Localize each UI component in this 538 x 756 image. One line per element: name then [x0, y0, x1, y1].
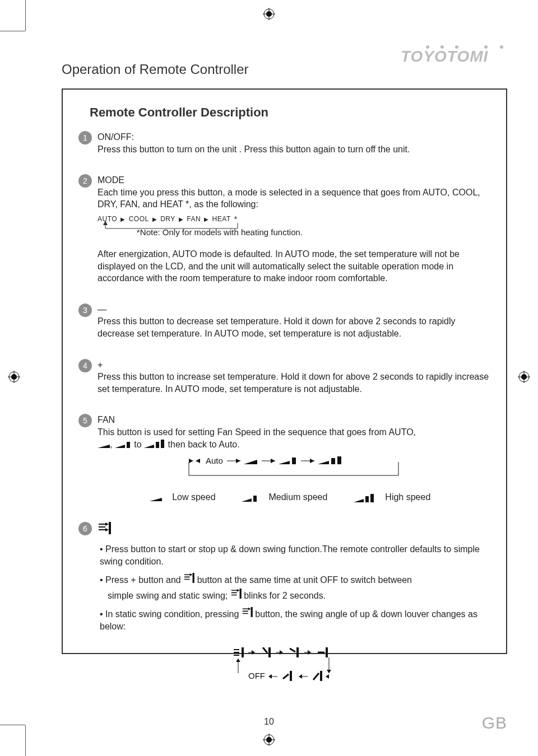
bullet-text: Press + button and: [105, 575, 181, 585]
brand-text: TOYOTOMI: [401, 48, 489, 64]
fan-legend: Low speed Medium speed High speed: [98, 491, 490, 503]
svg-marker-28: [189, 459, 193, 463]
bullet: •Press button to start or stop up & down…: [100, 543, 490, 567]
item-text: This button is used for setting Fan Spee…: [98, 427, 416, 437]
svg-marker-22: [98, 445, 110, 448]
swing-icon: [230, 591, 242, 600]
step-badge: 5: [78, 414, 92, 427]
svg-rect-42: [337, 456, 341, 464]
crop-mark: [25, 0, 26, 31]
fan-bars-high-icon: [354, 493, 375, 502]
item-onoff: 1 ON/OFF: Press this button to turn on t…: [78, 131, 490, 155]
item-plus: 4 + Press this button to increase set te…: [78, 359, 490, 395]
svg-marker-36: [279, 461, 290, 464]
bullet: •In static swing condition, pressing but…: [100, 607, 490, 632]
item-label: —: [98, 304, 490, 316]
item-swing: 6 •Press button to start or stop up & do…: [78, 522, 490, 692]
svg-marker-49: [105, 522, 109, 526]
mode-sequence: AUTO▶ COOL▶ DRY▶ FAN▶ HEAT *: [98, 214, 490, 225]
svg-marker-44: [242, 498, 252, 502]
item-label: ON/OFF:: [98, 131, 490, 143]
svg-line-78: [283, 674, 289, 679]
swing-icon: [183, 575, 194, 585]
svg-text:OFF: OFF: [248, 671, 265, 680]
crop-mark: [0, 31, 25, 31]
crop-mark: [0, 725, 25, 725]
registration-mark-icon: [263, 8, 275, 22]
svg-marker-32: [236, 459, 240, 463]
svg-text:Auto: Auto: [206, 456, 223, 465]
svg-point-20: [500, 45, 503, 49]
language-code: GB: [482, 713, 507, 732]
svg-marker-39: [310, 459, 314, 463]
registration-mark-icon: [518, 371, 530, 385]
svg-marker-80: [299, 674, 302, 679]
swing-cycle-diagram: OFF: [98, 647, 490, 692]
legend-low: Low speed: [172, 492, 215, 502]
step-badge: 6: [78, 522, 92, 535]
step-badge: 1: [78, 131, 92, 144]
svg-rect-83: [320, 671, 322, 681]
section-heading: Remote Controller Description: [90, 105, 490, 120]
svg-rect-51: [109, 522, 111, 534]
item-fan: 5 FAN This button is used for setting Fa…: [78, 414, 490, 503]
svg-marker-23: [115, 445, 125, 448]
svg-marker-50: [105, 528, 109, 531]
svg-marker-29: [196, 459, 200, 463]
swing-icon: [242, 609, 253, 619]
item-text: Press this button to increase set temper…: [98, 372, 489, 394]
svg-marker-43: [150, 498, 162, 501]
svg-rect-27: [161, 440, 164, 448]
bullet-text: simple swing and static swing;: [108, 591, 228, 600]
step-badge: 3: [78, 304, 92, 317]
page-number: 10: [264, 717, 274, 727]
svg-marker-76: [268, 674, 272, 679]
content-frame: Remote Controller Description 1 ON/OFF: …: [62, 88, 507, 654]
svg-marker-56: [248, 608, 251, 610]
item-text: Press this button to decrease set temper…: [98, 316, 456, 338]
svg-marker-46: [354, 499, 364, 502]
svg-marker-21: [103, 221, 108, 225]
svg-rect-24: [127, 442, 130, 448]
item-label: +: [98, 359, 490, 371]
svg-rect-26: [156, 442, 159, 448]
svg-line-65: [290, 648, 295, 652]
svg-marker-54: [236, 589, 239, 592]
svg-rect-57: [251, 607, 252, 617]
fan-bars-med-icon: [115, 440, 132, 450]
item-mode: 2 MODE Each time you press this button, …: [78, 174, 490, 284]
brand-logo: TOYOTOMI: [401, 45, 507, 66]
svg-rect-58: [242, 647, 244, 657]
svg-marker-52: [190, 573, 193, 576]
item-minus: 3 — Press this button to decrease set te…: [78, 304, 490, 340]
item-label: MODE: [98, 174, 490, 186]
svg-marker-72: [327, 670, 331, 673]
item-label: FAN: [98, 414, 490, 426]
svg-line-61: [263, 647, 267, 653]
svg-marker-35: [271, 459, 275, 463]
step-badge: 4: [78, 359, 92, 372]
svg-marker-84: [326, 674, 329, 679]
item-text: Press this button to turn on the unit . …: [98, 144, 410, 154]
legend-high: High speed: [385, 492, 430, 502]
loop-arrow-icon: [101, 221, 247, 233]
item-text: then back to Auto.: [168, 440, 240, 449]
svg-rect-45: [253, 496, 257, 502]
svg-rect-79: [290, 671, 292, 681]
registration-mark-icon: [8, 371, 20, 385]
fan-bars-low-icon: [98, 440, 110, 450]
svg-marker-74: [236, 659, 240, 662]
svg-rect-55: [239, 589, 241, 599]
bullet-text: blinks for 2 seconds.: [244, 591, 326, 600]
fan-bars-low-icon: [150, 494, 162, 501]
bullet-text: In static swing condition, pressing: [105, 609, 239, 619]
svg-rect-66: [296, 647, 299, 657]
svg-rect-37: [292, 458, 296, 464]
bullet: •Press + button and button at the same t…: [100, 573, 490, 601]
fan-bars-high-icon: [144, 440, 165, 450]
swing-icon: [98, 526, 111, 536]
swing-icon: [234, 647, 244, 657]
fan-bars-med-icon: [242, 494, 258, 502]
svg-rect-70: [326, 647, 328, 657]
bullet-text: Press button to start or stop up & down …: [100, 544, 480, 566]
